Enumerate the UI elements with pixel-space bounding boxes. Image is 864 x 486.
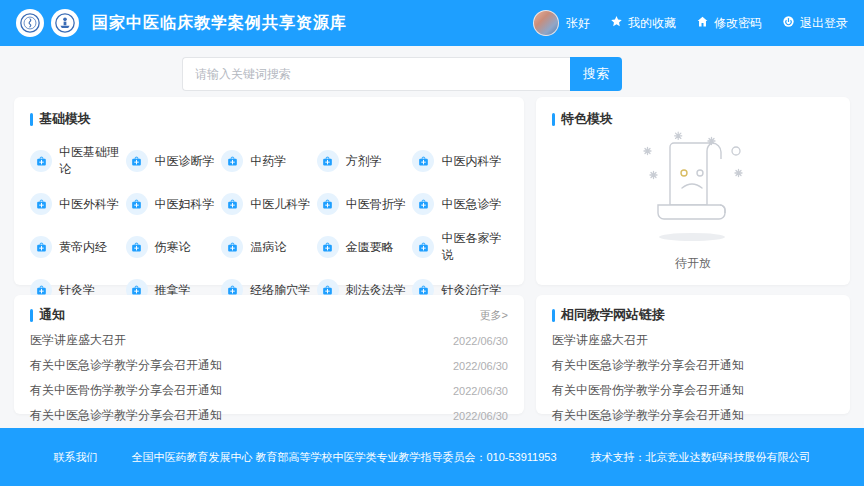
page-title: 国家中医临床教学案例共享资源库 [92,13,347,34]
change-password-button[interactable]: 修改密码 [696,15,762,32]
my-favorites-label: 我的收藏 [628,15,676,32]
notice-title: 有关中医急诊学教学分享会召开通知 [30,407,222,424]
footer-contact-label[interactable]: 联系我们 [53,450,97,465]
university-seal-icon [16,9,44,37]
medical-kit-icon [30,150,52,172]
module-label: 中医急诊学 [441,196,501,213]
institution-seal-icon [51,9,79,37]
main-content: 基础模块 中医基础理论 中医诊断学 中药学 方剂学 中医内科学 中医外科学 中医… [0,97,864,414]
power-icon [782,15,795,31]
related-link[interactable]: 有关中医急诊学教学分享会召开通知 [552,407,834,424]
title-accent-bar [552,113,555,126]
medical-kit-icon [317,193,339,215]
basic-modules-title: 基础模块 [39,110,91,128]
notices-title: 通知 [39,306,65,324]
module-label: 中医基础理论 [59,144,126,178]
related-links-title-row: 相同教学网站链接 [552,306,834,324]
module-item-tcm-basic-theory[interactable]: 中医基础理论 [30,144,126,178]
module-item-huangdi-neijing[interactable]: 黄帝内经 [30,230,126,264]
module-label: 中医儿科学 [250,196,310,213]
related-links-card: 相同教学网站链接 医学讲座盛大召开 有关中医急诊学教学分享会召开通知 有关中医骨… [536,295,850,414]
notice-title: 医学讲座盛大召开 [30,332,126,349]
logout-label: 退出登录 [800,15,848,32]
notice-date: 2022/06/30 [453,410,508,422]
medical-kit-icon [412,150,434,172]
module-label: 中医诊断学 [155,153,215,170]
module-label: 中医内科学 [441,153,501,170]
medical-kit-icon [126,193,148,215]
avatar[interactable] [533,10,559,36]
medical-kit-icon [126,150,148,172]
module-item-tcm-surgery[interactable]: 中医外科学 [30,193,126,215]
medical-kit-icon [126,236,148,258]
notice-date: 2022/06/30 [453,335,508,347]
search-button[interactable]: 搜索 [570,57,622,91]
medical-kit-icon [30,236,52,258]
related-link[interactable]: 有关中医急诊学教学分享会召开通知 [552,357,834,374]
module-label: 中医妇科学 [155,196,215,213]
module-label: 温病论 [250,239,286,256]
featured-modules-card: 特色模块 [536,97,850,285]
module-item-formula-science[interactable]: 方剂学 [317,144,413,178]
basic-modules-title-row: 基础模块 [30,110,508,128]
basic-modules-card: 基础模块 中医基础理论 中医诊断学 中药学 方剂学 中医内科学 中医外科学 中医… [14,97,524,285]
empty-state: 待开放 [536,125,850,272]
module-label: 中医骨折学 [346,196,406,213]
notice-date: 2022/06/30 [453,385,508,397]
module-item-tcm-diagnostics[interactable]: 中医诊断学 [126,144,222,178]
notice-row[interactable]: 医学讲座盛大召开 2022/06/30 [30,332,508,349]
notices-more-link[interactable]: 更多> [480,308,508,323]
related-link[interactable]: 有关中医骨伤学教学分享会召开通知 [552,382,834,399]
notice-row[interactable]: 有关中医骨伤学教学分享会召开通知 2022/06/30 [30,382,508,399]
module-label: 中医各家学说 [441,230,508,264]
search-input[interactable] [182,57,570,91]
module-label: 伤寒论 [155,239,191,256]
module-item-tcm-fracture[interactable]: 中医骨折学 [317,193,413,215]
footer-tech-support-text: 技术支持：北京竞业达数码科技股份有限公司 [591,450,811,465]
header-user-area: 张好 我的收藏 修改密码 退出登录 [533,10,848,36]
notice-date: 2022/06/30 [453,360,508,372]
empty-scroll-illustration [608,125,778,247]
empty-state-label: 待开放 [536,255,850,272]
module-item-jingui-yaolue[interactable]: 金匮要略 [317,230,413,264]
medical-kit-icon [30,193,52,215]
my-favorites-button[interactable]: 我的收藏 [610,15,676,32]
module-label: 方剂学 [346,153,382,170]
notice-row[interactable]: 有关中医急诊学教学分享会召开通知 2022/06/30 [30,407,508,424]
notice-row[interactable]: 有关中医急诊学教学分享会召开通知 2022/06/30 [30,357,508,374]
notices-title-wrap: 通知 [30,306,65,324]
module-item-wenbing-lun[interactable]: 温病论 [221,230,317,264]
search-box: 搜索 [182,57,622,91]
notice-title: 有关中医骨伤学教学分享会召开通知 [30,382,222,399]
title-accent-bar [552,309,555,322]
module-label: 金匮要略 [346,239,394,256]
module-item-shanghan-lun[interactable]: 伤寒论 [126,230,222,264]
title-accent-bar [30,309,33,322]
module-label: 黄帝内经 [59,239,107,256]
medical-kit-icon [221,236,243,258]
site-footer: 联系我们 全国中医药教育发展中心 教育部高等学校中医学类专业教学指导委员会：01… [0,428,864,486]
star-icon [610,15,623,31]
footer-org-text: 全国中医药教育发展中心 教育部高等学校中医学类专业教学指导委员会：010-539… [131,450,556,465]
notice-title: 有关中医急诊学教学分享会召开通知 [30,357,222,374]
notices-title-row: 通知 更多> [30,306,508,324]
medical-kit-icon [317,150,339,172]
logout-button[interactable]: 退出登录 [782,15,848,32]
medical-kit-icon [317,236,339,258]
related-links-title: 相同教学网站链接 [561,306,665,324]
change-password-label: 修改密码 [714,15,762,32]
module-item-tcm-internal-medicine[interactable]: 中医内科学 [412,144,508,178]
notices-card: 通知 更多> 医学讲座盛大召开 2022/06/30 有关中医急诊学教学分享会召… [14,295,524,414]
module-label: 中药学 [250,153,286,170]
module-item-tcm-emergency[interactable]: 中医急诊学 [412,193,508,215]
module-item-tcm-schools[interactable]: 中医各家学说 [412,230,508,264]
module-item-chinese-pharmacy[interactable]: 中药学 [221,144,317,178]
username: 张好 [566,15,590,32]
module-item-tcm-pediatrics[interactable]: 中医儿科学 [221,193,317,215]
site-header: 国家中医临床教学案例共享资源库 张好 我的收藏 修改密码 退出登录 [0,0,864,46]
module-label: 中医外科学 [59,196,119,213]
medical-kit-icon [412,236,434,258]
medical-kit-icon [412,193,434,215]
related-link[interactable]: 医学讲座盛大召开 [552,332,834,349]
module-item-tcm-gynecology[interactable]: 中医妇科学 [126,193,222,215]
